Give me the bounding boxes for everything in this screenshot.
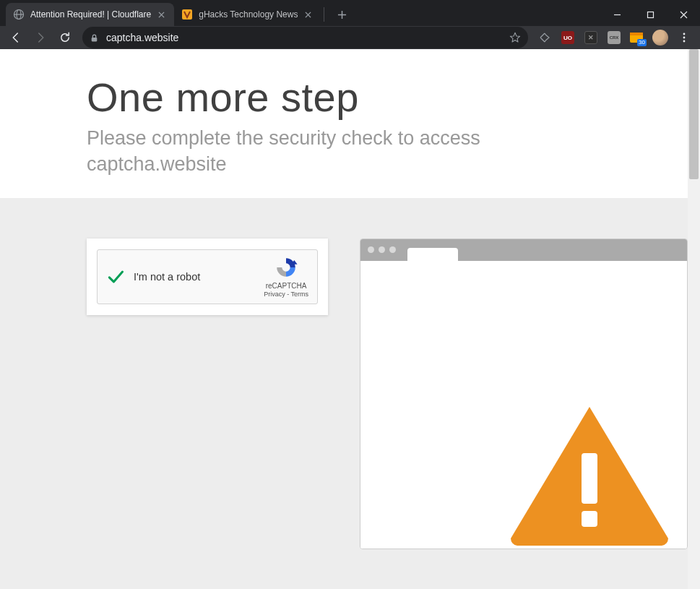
recaptcha-privacy-link[interactable]: Privacy	[264, 291, 285, 298]
extension-geo-icon[interactable]	[535, 27, 555, 48]
svg-rect-4	[647, 12, 653, 17]
browser-tab-inactive[interactable]: gHacks Technology News	[174, 3, 321, 26]
lock-icon[interactable]	[90, 33, 99, 43]
forward-button[interactable]	[29, 26, 52, 49]
recaptcha-brand-text: reCAPTCHA	[264, 281, 308, 291]
challenge-section: I'm not a robot reCAPTCHA	[0, 198, 688, 589]
window-titlebar: Attention Required! | Cloudflare gHacks …	[0, 0, 700, 26]
svg-rect-5	[92, 37, 98, 40]
reload-button[interactable]	[53, 26, 77, 49]
extension-blocked-icon[interactable]: ✕	[581, 27, 601, 48]
svg-point-10	[683, 40, 686, 43]
svg-point-9	[683, 37, 686, 39]
page-heading: One more step	[87, 74, 688, 121]
extension-crx-icon[interactable]: CRX	[604, 27, 624, 48]
scroll-thumb[interactable]	[689, 49, 699, 179]
recaptcha-links: Privacy - Terms	[264, 291, 308, 299]
svg-point-8	[683, 33, 686, 35]
tab-title: Attention Required! | Cloudflare	[30, 9, 151, 20]
close-tab-icon[interactable]	[155, 9, 167, 20]
page-content: One more step Please complete the securi…	[0, 49, 688, 589]
close-tab-icon[interactable]	[302, 9, 314, 20]
minimize-button[interactable]	[600, 3, 634, 26]
svg-rect-7	[630, 33, 643, 35]
window-dot-icon	[368, 246, 374, 253]
globe-icon	[13, 9, 25, 20]
page-hero: One more step Please complete the securi…	[0, 49, 688, 198]
svg-rect-13	[582, 511, 597, 527]
page-viewport: One more step Please complete the securi…	[0, 49, 700, 589]
illustration-chrome-bar	[360, 239, 687, 261]
profile-avatar[interactable]	[650, 27, 670, 48]
calendar-badge: 30	[637, 39, 647, 46]
recaptcha-widget[interactable]: I'm not a robot reCAPTCHA	[97, 249, 318, 304]
ghacks-favicon-icon	[181, 9, 193, 20]
new-tab-button[interactable]	[332, 4, 352, 25]
maximize-button[interactable]	[634, 3, 667, 26]
browser-tab-active[interactable]: Attention Required! | Cloudflare	[6, 3, 174, 26]
back-button[interactable]	[4, 26, 27, 49]
url-text: captcha.website	[106, 32, 509, 43]
address-bar[interactable]: captcha.website	[82, 27, 528, 48]
browser-illustration	[360, 238, 688, 549]
close-window-button[interactable]	[667, 3, 700, 26]
window-dot-icon	[389, 246, 396, 253]
recaptcha-logo-icon	[274, 255, 298, 280]
extension-calendar-icon[interactable]: 30	[627, 27, 647, 48]
vertical-scrollbar[interactable]	[688, 49, 700, 589]
recaptcha-terms-link[interactable]: Terms	[291, 291, 309, 298]
recaptcha-label: I'm not a robot	[134, 271, 264, 283]
window-controls	[600, 3, 700, 26]
page-subheading: Please complete the security check to ac…	[87, 125, 607, 178]
bookmark-star-icon[interactable]	[509, 32, 521, 43]
tab-strip: Attention Required! | Cloudflare gHacks …	[0, 0, 600, 26]
checkmark-icon	[106, 267, 125, 286]
window-dot-icon	[379, 246, 385, 253]
extension-ublock-icon[interactable]: UO	[558, 27, 578, 48]
tab-separator	[324, 7, 324, 22]
chrome-menu-button[interactable]	[673, 26, 696, 49]
browser-toolbar: captcha.website UO ✕ CRX 30	[0, 26, 700, 49]
svg-rect-12	[582, 453, 597, 504]
recaptcha-branding: reCAPTCHA Privacy - Terms	[264, 255, 308, 299]
illustration-body	[360, 261, 687, 549]
warning-triangle-icon	[506, 401, 673, 546]
recaptcha-card: I'm not a robot reCAPTCHA	[87, 238, 328, 315]
tab-title: gHacks Technology News	[199, 9, 298, 20]
illustration-tab	[407, 248, 458, 261]
